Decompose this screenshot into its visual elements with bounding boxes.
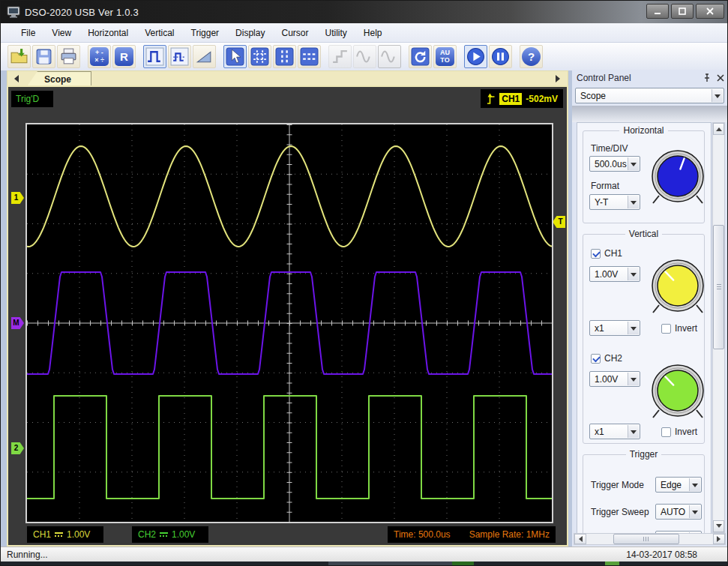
window-title: DSO-2020 USB Ver 1.0.3 — [25, 7, 139, 18]
print-icon — [59, 47, 78, 66]
menu-item-cursor[interactable]: Cursor — [273, 25, 316, 41]
chevron-down-icon — [628, 425, 639, 438]
ch1-label: CH1 — [604, 248, 622, 259]
save-button[interactable] — [32, 45, 55, 68]
rising-edge-icon — [486, 91, 496, 106]
ch2-invert-row[interactable]: Invert — [661, 427, 697, 437]
menu-item-file[interactable]: File — [13, 25, 43, 41]
time-status: Time: 500.0us — [394, 529, 451, 540]
trigger-sweep-label: Trigger Sweep — [591, 507, 649, 517]
pin-icon[interactable] — [703, 73, 711, 82]
save-icon — [34, 47, 53, 66]
math-position-marker[interactable]: M — [11, 317, 24, 329]
ch1-invert-row[interactable]: Invert — [661, 323, 697, 334]
ch1-checkbox[interactable] — [591, 249, 601, 259]
trigger-info: CH1 -502mV — [481, 89, 563, 108]
ch2-checkbox[interactable] — [591, 354, 601, 364]
ch2-volts-select[interactable]: 1.00V — [589, 371, 640, 387]
time-div-label: Time/DIV — [591, 143, 628, 154]
tab-scope[interactable]: Scope — [27, 71, 91, 86]
taskbar-edge — [1, 562, 728, 566]
horizontal-cursors-button[interactable] — [298, 45, 321, 68]
trigger-sweep-select[interactable]: AUTO — [655, 504, 702, 520]
start-button[interactable] — [464, 45, 487, 68]
ch1-enable-row[interactable]: CH1 — [591, 248, 622, 259]
ramp-button[interactable] — [193, 45, 216, 68]
vertical-scroll-thumb[interactable] — [713, 225, 724, 349]
chevron-down-icon — [628, 322, 639, 334]
vertical-group-title: Vertical — [625, 229, 662, 239]
pause-button[interactable] — [489, 45, 512, 68]
time-div-select[interactable]: 500.0us — [589, 156, 640, 172]
ch1-probe-select[interactable]: x1 — [589, 320, 640, 336]
refresh-button[interactable] — [409, 45, 432, 68]
scroll-up-icon[interactable] — [713, 123, 724, 135]
waveform-display — [25, 123, 553, 523]
menu-item-vertical[interactable]: Vertical — [136, 25, 182, 41]
chevron-down-icon — [628, 196, 639, 208]
panel-mode-select[interactable]: Scope — [575, 88, 724, 103]
horizontal-knob[interactable] — [646, 146, 709, 209]
menu-item-utility[interactable]: Utility — [316, 25, 355, 41]
help-button[interactable]: ? — [520, 45, 543, 68]
ch2-enable-row[interactable]: CH2 — [591, 353, 622, 364]
menu-item-horizontal[interactable]: Horizontal — [79, 25, 136, 41]
menu-item-display[interactable]: Display — [227, 25, 273, 41]
pulse-button[interactable] — [143, 45, 166, 68]
step-button — [328, 45, 352, 68]
sine-icon — [355, 47, 374, 66]
interpolation-button — [353, 45, 376, 68]
pointer-button[interactable] — [223, 45, 247, 68]
ch1-invert-label: Invert — [675, 323, 697, 334]
trigger-status: Trig'D — [11, 91, 53, 107]
ch1-volts-select[interactable]: 1.00V — [589, 266, 640, 282]
vertical-cursors-button[interactable] — [273, 45, 296, 68]
trigger-channel-badge: CH1 — [499, 93, 522, 105]
format-select[interactable]: Y-T — [589, 194, 640, 210]
scroll-down-icon[interactable] — [713, 520, 724, 532]
menu-item-trigger[interactable]: Trigger — [183, 25, 228, 41]
panel-vertical-scrollbar[interactable] — [712, 122, 725, 533]
menu-item-help[interactable]: Help — [355, 25, 391, 41]
ch2-status-volts: 1.00V — [172, 529, 195, 540]
grid-button[interactable] — [248, 45, 271, 68]
print-button[interactable] — [57, 45, 80, 68]
trigger-level-value: -502mV — [526, 94, 558, 104]
pass-fail-button[interactable] — [168, 45, 191, 68]
open-button[interactable] — [7, 45, 31, 68]
autoset-button[interactable]: AUTO — [433, 45, 457, 68]
trigger-mode-value: Edge — [661, 480, 682, 490]
chevron-down-icon — [628, 268, 639, 280]
refresh-icon — [411, 47, 430, 66]
ch2-position-marker[interactable]: 2 — [11, 442, 24, 454]
ch1-knob[interactable] — [646, 256, 709, 319]
ch2-invert-checkbox[interactable] — [661, 427, 671, 437]
ch1-position-marker[interactable]: 1 — [11, 192, 24, 204]
maximize-button[interactable] — [671, 4, 694, 19]
scroll-right-icon[interactable] — [713, 534, 725, 544]
menu-item-view[interactable]: View — [43, 25, 79, 41]
grid-icon — [250, 47, 269, 66]
tab-scroll-left-icon[interactable] — [9, 73, 19, 84]
app-window: DSO-2020 USB Ver 1.0.3 FileViewHorizonta… — [0, 0, 728, 566]
ch2-knob[interactable] — [646, 361, 709, 424]
tab-scroll-right-icon[interactable] — [554, 73, 565, 84]
scroll-left-icon[interactable] — [574, 534, 586, 544]
ch1-invert-checkbox[interactable] — [661, 324, 671, 334]
horizontal-scroll-thumb[interactable] — [613, 534, 679, 544]
math-button[interactable]: + -× ÷ — [88, 45, 111, 68]
ch2-probe-select[interactable]: x1 — [589, 424, 640, 439]
minimize-button[interactable] — [646, 4, 669, 19]
trigger-mode-select[interactable]: Edge — [655, 477, 702, 493]
vertical-group: Vertical CH1 1.00V x1 — [583, 234, 705, 444]
format-value: Y-T — [595, 197, 608, 208]
app-icon — [7, 6, 20, 18]
ch2-status-label: CH2 — [138, 529, 156, 540]
trigger-level-marker[interactable]: T — [553, 216, 565, 228]
close-button[interactable] — [696, 4, 724, 19]
reference-button[interactable]: R — [112, 45, 136, 68]
panel-horizontal-scrollbar[interactable] — [574, 533, 726, 545]
cursor-icon — [226, 47, 244, 66]
close-panel-icon[interactable] — [717, 74, 724, 82]
horizontal-group-title: Horizontal — [619, 125, 667, 136]
